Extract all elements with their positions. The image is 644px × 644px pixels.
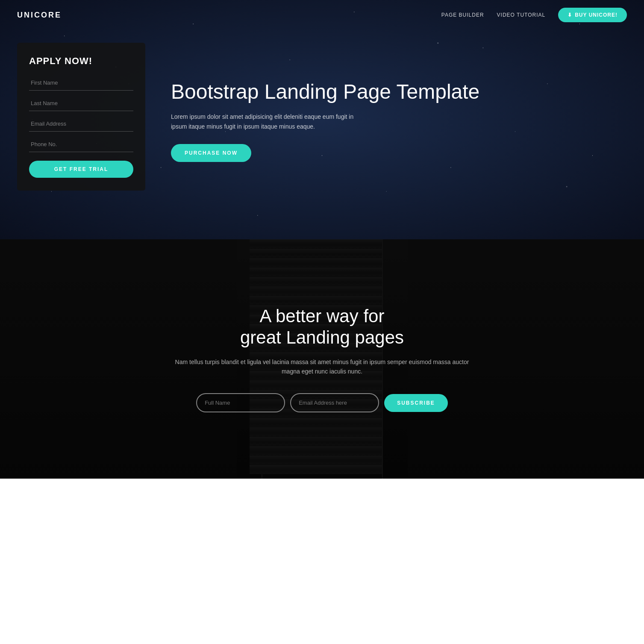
section-paragraph: Nam tellus turpis blandit et ligula vel … [173,357,472,376]
apply-form-card: APPLY NOW! GET FREE TRIAL [17,43,145,191]
escalator-section: A better way for great Landing pages Nam… [0,239,644,479]
purchase-now-button[interactable]: PURCHASE NOW [171,144,251,162]
hero-content: APPLY NOW! GET FREE TRIAL Bootstrap Land… [0,0,644,216]
hero-heading: Bootstrap Landing Page Template [171,80,627,103]
escalator-section-content: A better way for great Landing pages Nam… [173,306,472,413]
email-address-input[interactable] [29,116,133,132]
subscribe-button[interactable]: SUBSCRIBE [384,394,448,412]
subscribe-email-input[interactable] [290,393,379,412]
page-builder-link[interactable]: PAGE BUILDER [441,12,484,18]
hero-paragraph: Lorem ipsum dolor sit amet adipisicing e… [171,112,359,131]
subscribe-row: SUBSCRIBE [173,393,472,412]
form-title: APPLY NOW! [29,56,133,67]
navbar: UNICORE PAGE BUILDER VIDEO TUTORIAL ⬇ BU… [0,0,644,30]
hero-section: UNICORE PAGE BUILDER VIDEO TUTORIAL ⬇ BU… [0,0,644,239]
buy-button[interactable]: ⬇ BUY UNICORE! [558,8,627,22]
site-logo: UNICORE [17,11,62,20]
heading-line1: A better way for [260,306,385,326]
get-free-trial-button[interactable]: GET FREE TRIAL [29,161,133,178]
video-tutorial-link[interactable]: VIDEO TUTORIAL [497,12,546,18]
last-name-input[interactable] [29,96,133,111]
subscribe-full-name-input[interactable] [196,393,285,412]
first-name-input[interactable] [29,75,133,91]
download-icon: ⬇ [568,12,572,18]
hero-text-block: Bootstrap Landing Page Template Lorem ip… [171,71,627,162]
phone-input[interactable] [29,137,133,152]
nav-links: PAGE BUILDER VIDEO TUTORIAL ⬇ BUY UNICOR… [441,8,627,22]
section-heading: A better way for great Landing pages [173,306,472,349]
heading-line2: great Landing pages [240,327,404,347]
